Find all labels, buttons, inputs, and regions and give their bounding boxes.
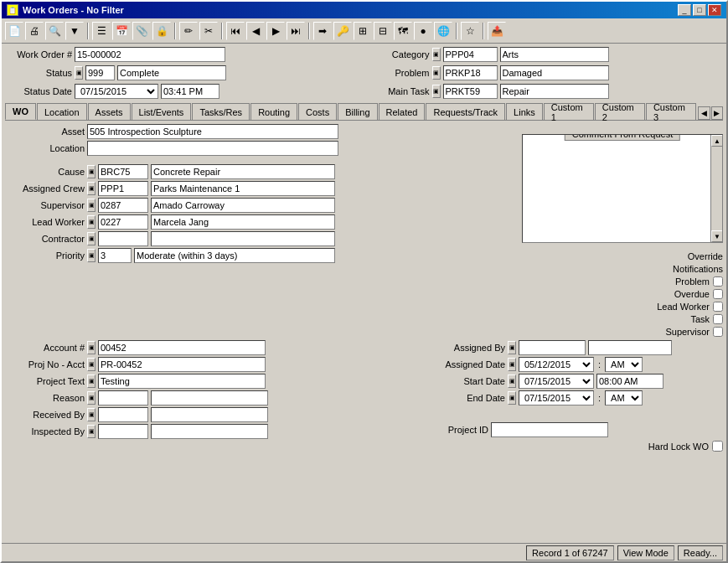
grid-button[interactable]: ⊞ — [354, 22, 372, 40]
tab-routing[interactable]: Routing — [250, 103, 297, 120]
assigned-crew-value-input[interactable] — [151, 181, 335, 196]
inspected-by-icon[interactable]: ▣ — [87, 425, 96, 438]
tab-wo[interactable]: WO — [5, 103, 36, 120]
scroll-down-btn[interactable]: ▼ — [711, 230, 723, 242]
contractor-value-input[interactable] — [151, 231, 335, 246]
priority-num-input[interactable] — [98, 248, 132, 263]
status-code-input[interactable] — [85, 65, 115, 80]
map-button[interactable]: 🗺 — [394, 22, 412, 40]
start-time-input[interactable] — [596, 374, 663, 389]
tab-scroll-left[interactable]: ◀ — [698, 106, 710, 120]
start-date-icon[interactable]: ▣ — [508, 374, 516, 388]
main-task-icon[interactable]: ▣ — [432, 85, 441, 98]
category-value-input[interactable] — [500, 47, 609, 62]
supervisor-icon[interactable]: ▣ — [87, 199, 96, 212]
maximize-button[interactable]: □ — [693, 4, 706, 16]
tab-links[interactable]: Links — [506, 103, 543, 120]
override-overdue-checkbox[interactable] — [713, 289, 723, 299]
tab-scroll-right[interactable]: ▶ — [711, 106, 724, 120]
status-time-input[interactable] — [161, 84, 219, 99]
tab-assets[interactable]: Assets — [88, 103, 131, 120]
tab-requests-track[interactable]: Requests/Track — [426, 103, 505, 120]
tab-custom3[interactable]: Custom 3 — [646, 103, 696, 120]
problem-icon[interactable]: ▣ — [432, 66, 441, 80]
next-next-button[interactable]: ⏭ — [287, 22, 305, 40]
end-date-icon[interactable]: ▣ — [508, 391, 516, 405]
project-text-input[interactable] — [98, 374, 266, 389]
assigned-date-select[interactable]: 05/12/2015 — [519, 357, 594, 372]
override-problem-checkbox[interactable] — [713, 276, 723, 287]
problem-value-input[interactable] — [500, 65, 609, 80]
assigned-by-icon[interactable]: ▣ — [508, 341, 516, 354]
lead-worker-value-input[interactable] — [151, 214, 335, 230]
new-button[interactable]: 📄 — [5, 22, 23, 40]
main-task-code-input[interactable] — [443, 84, 498, 99]
assigned-by-value-input[interactable] — [588, 340, 672, 355]
tab-tasks-res[interactable]: Tasks/Res — [192, 103, 250, 120]
account-icon[interactable]: ▣ — [87, 341, 96, 354]
work-order-input[interactable] — [75, 47, 225, 62]
reason-icon[interactable]: ▣ — [87, 391, 96, 405]
cause-value-input[interactable] — [151, 164, 335, 179]
start-date-select[interactable]: 07/15/2015 — [519, 374, 594, 389]
comment-textarea[interactable] — [523, 135, 710, 242]
contractor-icon[interactable]: ▣ — [87, 232, 96, 245]
assigned-date-icon[interactable]: ▣ — [508, 358, 516, 371]
received-by-code-input[interactable] — [98, 407, 148, 422]
account-input[interactable] — [98, 340, 266, 355]
project-text-icon[interactable]: ▣ — [87, 374, 96, 388]
contractor-code-input[interactable] — [98, 231, 148, 246]
assigned-crew-code-input[interactable] — [98, 181, 148, 196]
priority-icon[interactable]: ▣ — [87, 249, 96, 262]
grid2-button[interactable]: ⊟ — [374, 22, 392, 40]
inspected-by-code-input[interactable] — [98, 424, 148, 439]
globe-button[interactable]: 🌐 — [434, 22, 452, 40]
assigned-crew-icon[interactable]: ▣ — [87, 182, 96, 195]
tab-related[interactable]: Related — [379, 103, 426, 120]
close-button[interactable]: ✕ — [708, 4, 721, 16]
tab-costs[interactable]: Costs — [298, 103, 337, 120]
override-supervisor-checkbox[interactable] — [713, 327, 723, 337]
filter-button[interactable]: ▼ — [65, 22, 84, 40]
assigned-date-ampm-select[interactable]: AM PM — [605, 357, 643, 372]
dot-button[interactable]: ● — [414, 22, 432, 40]
search-button[interactable]: 🔍 — [45, 22, 64, 40]
assigned-by-code-input[interactable] — [519, 340, 586, 355]
inspected-by-value-input[interactable] — [151, 424, 268, 439]
star-button[interactable]: ☆ — [461, 22, 479, 40]
category-code-input[interactable] — [443, 47, 498, 62]
export-button[interactable]: 📤 — [488, 22, 506, 40]
tab-billing[interactable]: Billing — [338, 103, 377, 120]
hard-lock-checkbox[interactable] — [712, 441, 723, 452]
problem-code-input[interactable] — [443, 65, 498, 80]
end-date-select[interactable]: 07/15/2015 — [519, 390, 594, 405]
status-icon[interactable]: ▣ — [75, 66, 83, 80]
tab-location[interactable]: Location — [37, 103, 87, 120]
attach-button[interactable]: 📎 — [132, 22, 151, 40]
next-button[interactable]: ▶ — [266, 22, 285, 40]
priority-value-input[interactable] — [134, 248, 335, 263]
reason-code-input[interactable] — [98, 390, 148, 405]
supervisor-value-input[interactable] — [151, 198, 335, 213]
list-button[interactable]: ☰ — [92, 22, 111, 40]
lock-button[interactable]: 🔒 — [152, 22, 171, 40]
asset-input[interactable] — [87, 124, 338, 139]
lead-worker-icon[interactable]: ▣ — [87, 215, 96, 229]
override-lead-worker-checkbox[interactable] — [713, 302, 723, 312]
category-icon[interactable]: ▣ — [432, 48, 441, 61]
tab-custom1[interactable]: Custom 1 — [544, 103, 594, 120]
calendar-button[interactable]: 📅 — [112, 22, 131, 40]
status-value-input[interactable] — [117, 65, 226, 80]
prev-prev-button[interactable]: ⏮ — [226, 22, 245, 40]
scroll-up-btn[interactable]: ▲ — [711, 135, 723, 147]
tab-list-events[interactable]: List/Events — [132, 103, 192, 120]
cause-code-input[interactable] — [98, 164, 148, 179]
key-button[interactable]: 🔑 — [333, 22, 352, 40]
end-date-ampm-select[interactable]: AM PM — [605, 390, 643, 405]
tab-custom2[interactable]: Custom 2 — [595, 103, 645, 120]
cause-icon[interactable]: ▣ — [87, 165, 96, 178]
prev-button[interactable]: ◀ — [246, 22, 265, 40]
status-date-select[interactable]: 07/15/2015 — [75, 84, 158, 99]
minimize-button[interactable]: _ — [678, 4, 691, 16]
reason-value-input[interactable] — [151, 390, 268, 405]
